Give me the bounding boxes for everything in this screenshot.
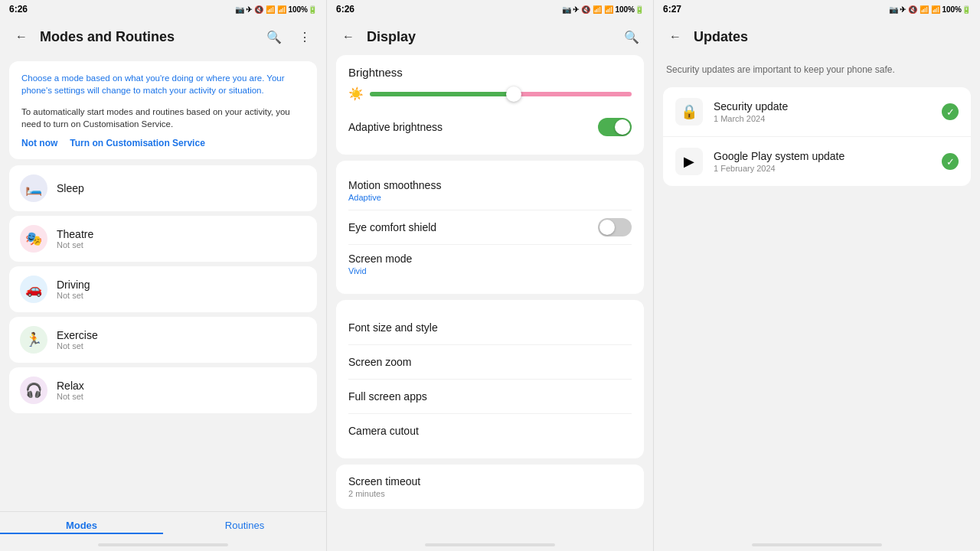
turn-on-button[interactable]: Turn on Customisation Service <box>70 138 204 148</box>
security-update-info: Security update 1 March 2024 <box>714 100 931 123</box>
brightness-label: Brightness <box>348 66 632 79</box>
back-button-1[interactable]: ← <box>9 24 34 49</box>
status-bar-2: 6:26 📷 ✈ 🔇 📶 📶 100%🔋 <box>327 0 653 18</box>
toggle-knob-adaptive <box>615 119 630 135</box>
display-panel: 6:26 📷 ✈ 🔇 📶 📶 100%🔋 ← Display 🔍 Brightn… <box>326 0 653 551</box>
not-now-button[interactable]: Not now <box>21 138 57 148</box>
nav-bar-1: ← Modes and Routines 🔍 ⋮ <box>0 18 326 55</box>
mode-sub-exercise: Not set <box>57 341 306 350</box>
relax-icon: 🎧 <box>20 377 47 404</box>
screen-mode-label: Screen mode <box>348 253 412 265</box>
screen-zoom-row[interactable]: Screen zoom <box>348 344 632 379</box>
screen-timeout-sub: 2 minutes <box>348 489 632 498</box>
tab-routines[interactable]: Routines <box>163 520 326 534</box>
google-play-update-item[interactable]: ▶ Google Play system update 1 February 2… <box>663 136 971 186</box>
mode-info-sleep: Sleep <box>57 182 306 194</box>
more-icon-1[interactable]: ⋮ <box>292 24 317 49</box>
screen-mode-info: Screen mode Vivid <box>348 253 412 276</box>
eye-comfort-label: Eye comfort shield <box>348 221 436 233</box>
nav-bar-3: ← Updates <box>654 18 980 55</box>
driving-icon: 🚗 <box>20 276 47 303</box>
eye-comfort-row[interactable]: Eye comfort shield <box>348 210 632 244</box>
google-play-update-info: Google Play system update 1 February 202… <box>714 150 931 173</box>
full-screen-row[interactable]: Full screen apps <box>348 379 632 413</box>
mode-item-exercise[interactable]: 🏃 Exercise Not set <box>9 317 317 363</box>
search-icon-1[interactable]: 🔍 <box>262 24 286 49</box>
back-button-3[interactable]: ← <box>663 24 688 49</box>
mode-name-sleep: Sleep <box>57 182 306 194</box>
mode-sub-driving: Not set <box>57 291 306 300</box>
bottom-indicator-3 <box>752 543 882 546</box>
motion-smoothness-info: Motion smoothness Adaptive <box>348 179 441 202</box>
eye-comfort-toggle[interactable] <box>598 218 632 236</box>
font-card: Font size and style Screen zoom Full scr… <box>336 300 644 458</box>
info-dark-text: To automatically start modes and routine… <box>21 106 305 130</box>
mode-info-relax: Relax Not set <box>57 380 306 401</box>
time-3: 6:27 <box>663 4 681 15</box>
mode-name-theatre: Theatre <box>57 228 306 240</box>
sun-icon: ☀️ <box>348 86 364 101</box>
security-update-date: 1 March 2024 <box>714 114 931 123</box>
mode-list: 🛏️ Sleep 🎭 Theatre Not set 🚗 Driving Not… <box>0 165 326 511</box>
motion-smoothness-label: Motion smoothness <box>348 179 441 191</box>
status-icons-1: 📷 ✈ 🔇 📶 📶 100%🔋 <box>235 5 317 14</box>
display-content: Brightness ☀️ Adaptive brightness Motion… <box>327 55 653 539</box>
security-update-item[interactable]: 🔒 Security update 1 March 2024 ✓ <box>663 87 971 136</box>
mode-item-sleep[interactable]: 🛏️ Sleep <box>9 165 317 211</box>
page-title-3: Updates <box>694 29 971 45</box>
security-update-icon: 🔒 <box>675 98 703 126</box>
time-2: 6:26 <box>336 4 354 15</box>
bottom-indicator-1 <box>98 543 228 546</box>
brightness-row: ☀️ <box>348 86 632 101</box>
screen-zoom-label: Screen zoom <box>348 356 411 368</box>
mode-item-relax[interactable]: 🎧 Relax Not set <box>9 367 317 413</box>
tab-bar-1: Modes Routines <box>0 511 326 539</box>
back-button-2[interactable]: ← <box>336 24 361 49</box>
mode-name-exercise: Exercise <box>57 329 306 341</box>
camera-cutout-label: Camera cutout <box>348 425 419 437</box>
updates-subtitle: Security updates are important to keep y… <box>663 64 971 75</box>
exercise-icon: 🏃 <box>20 326 47 354</box>
security-update-name: Security update <box>714 100 931 112</box>
page-title-1: Modes and Routines <box>40 29 256 45</box>
adaptive-brightness-row[interactable]: Adaptive brightness <box>348 110 632 144</box>
updates-content: Security updates are important to keep y… <box>654 55 980 539</box>
brightness-thumb <box>506 86 521 102</box>
mode-info-exercise: Exercise Not set <box>57 329 306 350</box>
camera-cutout-row[interactable]: Camera cutout <box>348 413 632 448</box>
mode-item-theatre[interactable]: 🎭 Theatre Not set <box>9 216 317 262</box>
time-1: 6:26 <box>9 4 28 15</box>
customisation-card: Choose a mode based on what you're doing… <box>9 61 317 159</box>
font-size-label: Font size and style <box>348 321 438 334</box>
status-icons-2: 📷 ✈ 🔇 📶 📶 100%🔋 <box>562 5 644 14</box>
google-play-update-date: 1 February 2024 <box>714 164 931 173</box>
sleep-icon: 🛏️ <box>20 174 47 202</box>
google-play-update-name: Google Play system update <box>714 150 931 162</box>
info-blue-text: Choose a mode based on what you're doing… <box>21 72 305 96</box>
screen-mode-row[interactable]: Screen mode Vivid <box>348 244 632 283</box>
brightness-card: Brightness ☀️ Adaptive brightness <box>336 55 644 155</box>
mode-info-theatre: Theatre Not set <box>57 228 306 249</box>
mode-sub-relax: Not set <box>57 392 306 401</box>
screen-mode-sub: Vivid <box>348 266 412 276</box>
brightness-slider[interactable] <box>370 92 632 96</box>
search-icon-2[interactable]: 🔍 <box>619 24 644 49</box>
card-actions: Not now Turn on Customisation Service <box>21 138 305 148</box>
motion-card: Motion smoothness Adaptive Eye comfort s… <box>336 161 644 294</box>
updates-list: 🔒 Security update 1 March 2024 ✓ ▶ Googl… <box>663 87 971 186</box>
status-icons-3: 📷 ✈ 🔇 📶 📶 100%🔋 <box>889 5 971 14</box>
motion-smoothness-row[interactable]: Motion smoothness Adaptive <box>348 171 632 210</box>
bottom-indicator-2 <box>425 543 555 546</box>
tab-modes[interactable]: Modes <box>0 520 163 534</box>
mode-name-driving: Driving <box>57 279 306 291</box>
status-bar-3: 6:27 📷 ✈ 🔇 📶 📶 100%🔋 <box>654 0 980 18</box>
font-size-row[interactable]: Font size and style <box>348 311 632 344</box>
updates-panel: 6:27 📷 ✈ 🔇 📶 📶 100%🔋 ← Updates Security … <box>653 0 980 551</box>
motion-smoothness-sub: Adaptive <box>348 193 441 202</box>
theatre-icon: 🎭 <box>20 225 47 253</box>
mode-name-relax: Relax <box>57 380 306 392</box>
mode-item-driving[interactable]: 🚗 Driving Not set <box>9 266 317 312</box>
toggle-knob-eye <box>599 220 615 235</box>
adaptive-brightness-toggle[interactable] <box>598 118 632 136</box>
screen-timeout-card[interactable]: Screen timeout 2 minutes <box>336 465 644 509</box>
